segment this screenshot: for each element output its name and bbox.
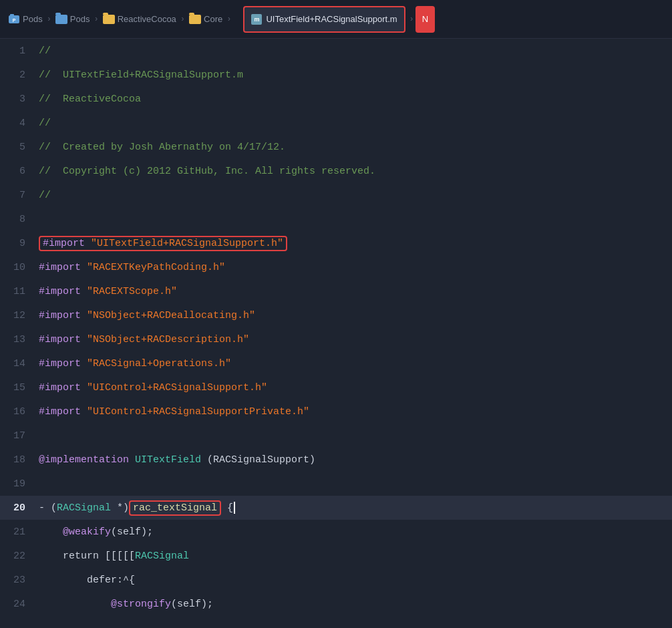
line-number: 11	[0, 286, 36, 297]
code-line-3: 3 // ReactiveCocoa	[0, 87, 672, 111]
next-tab-label: N	[422, 14, 428, 24]
code-text: // UITextField+RACSignalSupport.m	[36, 69, 672, 81]
code-text: #import "RACSignal+Operations.h"	[36, 358, 672, 369]
code-line-2: 2 // UITextField+RACSignalSupport.m	[0, 63, 672, 87]
code-line-15: 15 #import "UIControl+RACSignalSupport.h…	[0, 375, 672, 400]
code-text	[36, 430, 672, 442]
line-number: 24	[0, 599, 36, 610]
line-number: 13	[0, 334, 36, 345]
breadcrumb-label: ReactiveCocoa	[118, 14, 176, 24]
code-text: @weakify(self);	[36, 526, 672, 538]
code-text: //	[36, 190, 672, 201]
line-number: 3	[0, 94, 36, 105]
breadcrumb[interactable]: P Pods › Pods › ReactiveCocoa ›	[0, 0, 240, 38]
code-line-17: 17	[0, 424, 672, 448]
code-text: - (RACSignal *)rac_textSignal {	[36, 500, 672, 516]
code-text: //	[36, 118, 672, 129]
tab-bar: P Pods › Pods › ReactiveCocoa ›	[0, 0, 672, 39]
code-line-7: 7 //	[0, 183, 672, 207]
line-number: 4	[0, 118, 36, 129]
code-line-1: 1 //	[0, 39, 672, 63]
code-text: #import "RACEXTKeyPathCoding.h"	[36, 262, 672, 273]
code-line-21: 21 @weakify(self);	[0, 520, 672, 544]
code-text: // Copyright (c) 2012 GitHub, Inc. All r…	[36, 166, 672, 177]
code-text: #import "UIControl+RACSignalSupportPriva…	[36, 406, 672, 418]
code-line-12: 12 #import "NSObject+RACDeallocating.h"	[0, 303, 672, 327]
code-text	[36, 478, 672, 490]
code-line-23: 23 defer:^{	[0, 568, 672, 592]
breadcrumb-label: Pods	[23, 14, 43, 24]
line-number: 15	[0, 382, 36, 394]
code-line-6: 6 // Copyright (c) 2012 GitHub, Inc. All…	[0, 159, 672, 183]
code-text: #import "RACEXTScope.h"	[36, 286, 672, 297]
breadcrumb-label: Core	[204, 14, 222, 24]
code-text: defer:^{	[36, 575, 672, 586]
svg-rect-1	[10, 14, 14, 16]
code-line-14: 14 #import "RACSignal+Operations.h"	[0, 351, 672, 375]
code-text: // Created by Josh Abernathy on 4/17/12.	[36, 142, 672, 153]
code-line-13: 13 #import "NSObject+RACDescription.h"	[0, 327, 672, 351]
code-line-20: 20 - (RACSignal *)rac_textSignal {	[0, 496, 672, 520]
line-number: 22	[0, 551, 36, 562]
code-line-19: 19	[0, 472, 672, 496]
code-line-18: 18 @implementation UITextField (RACSigna…	[0, 448, 672, 472]
line-number: 8	[0, 214, 36, 225]
code-text: #import "UITextField+RACSignalSupport.h"	[36, 236, 672, 251]
line-number: 18	[0, 454, 36, 466]
code-line-5: 5 // Created by Josh Abernathy on 4/17/1…	[0, 135, 672, 159]
breadcrumb-chevron: ›	[180, 15, 185, 24]
line-number: 2	[0, 69, 36, 81]
line-number: 20	[0, 502, 36, 514]
breadcrumb-item-reactivecocoa[interactable]: ReactiveCocoa	[103, 13, 176, 25]
code-text: @strongify(self);	[36, 599, 672, 610]
breadcrumb-chevron: ›	[94, 15, 98, 24]
line-number: 7	[0, 190, 36, 201]
code-text: //	[36, 45, 672, 57]
breadcrumb-chevron: ›	[409, 15, 414, 24]
code-line-22: 22 return [[[[[RACSignal	[0, 544, 672, 568]
code-text: #import "NSObject+RACDeallocating.h"	[36, 310, 672, 321]
line-number: 21	[0, 526, 36, 538]
active-tab-label: UITextField+RACSignalSupport.m	[266, 14, 397, 24]
breadcrumb-item-pods-project[interactable]: P Pods	[8, 13, 43, 25]
code-line-9: 9 #import "UITextField+RACSignalSupport.…	[0, 231, 672, 255]
code-text: @implementation UITextField (RACSignalSu…	[36, 454, 672, 466]
code-text: return [[[[[RACSignal	[36, 551, 672, 562]
line-number: 19	[0, 478, 36, 490]
code-line-16: 16 #import "UIControl+RACSignalSupportPr…	[0, 400, 672, 424]
line-number: 14	[0, 358, 36, 369]
code-line-4: 4 //	[0, 111, 672, 135]
code-text: // ReactiveCocoa	[36, 94, 672, 105]
line-number: 12	[0, 310, 36, 321]
active-tab[interactable]: m UITextField+RACSignalSupport.m	[243, 6, 405, 33]
line-number: 1	[0, 45, 36, 57]
line-number: 23	[0, 575, 36, 586]
next-tab[interactable]: N	[415, 6, 435, 33]
breadcrumb-chevron: ›	[226, 15, 231, 24]
line-number: 16	[0, 406, 36, 418]
folder-yellow-icon-2	[189, 13, 201, 25]
code-line-10: 10 #import "RACEXTKeyPathCoding.h"	[0, 255, 672, 279]
code-text: #import "UIControl+RACSignalSupport.h"	[36, 382, 672, 394]
line-number: 5	[0, 142, 36, 153]
breadcrumb-label: Pods	[70, 14, 90, 24]
svg-text:P: P	[13, 18, 16, 23]
line-number: 17	[0, 430, 36, 442]
code-text: #import "NSObject+RACDescription.h"	[36, 334, 672, 345]
breadcrumb-chevron: ›	[47, 15, 51, 24]
file-icon-m: m	[251, 14, 262, 25]
folder-blue-icon	[55, 13, 67, 25]
code-line-8: 8	[0, 207, 672, 231]
line-number: 6	[0, 166, 36, 177]
project-icon: P	[8, 13, 20, 25]
line-number: 10	[0, 262, 36, 273]
code-line-11: 11 #import "RACEXTScope.h"	[0, 279, 672, 303]
code-text	[36, 214, 672, 225]
code-editor: 1 // 2 // UITextField+RACSignalSupport.m…	[0, 39, 672, 628]
breadcrumb-item-core[interactable]: Core	[189, 13, 222, 25]
folder-yellow-icon	[103, 13, 115, 25]
line-number: 9	[0, 238, 36, 249]
code-line-24: 24 @strongify(self);	[0, 592, 672, 616]
breadcrumb-item-pods-folder[interactable]: Pods	[55, 13, 90, 25]
